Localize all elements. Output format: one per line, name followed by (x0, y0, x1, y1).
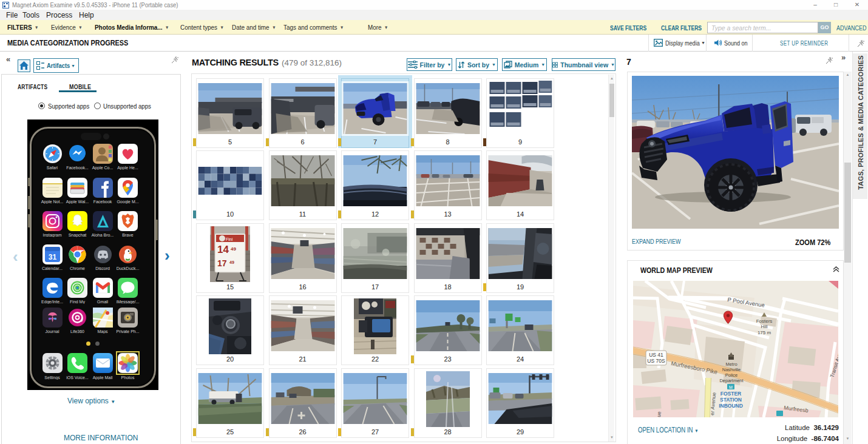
svg-text:Police: Police (725, 372, 737, 378)
svg-text:Hill: Hill (761, 324, 767, 329)
svg-text:M: M (729, 385, 733, 389)
svg-text:INBOUND: INBOUND (719, 403, 743, 409)
svg-text:US 41: US 41 (649, 352, 663, 358)
svg-text:Nashville: Nashville (722, 367, 741, 372)
svg-text:FOSTER: FOSTER (721, 391, 741, 397)
svg-text:14: 14 (217, 244, 229, 255)
svg-text:49: 49 (231, 246, 236, 252)
svg-text:Department: Department (719, 378, 744, 383)
svg-text:Metro: Metro (725, 362, 737, 367)
svg-text:STATION: STATION (720, 397, 742, 403)
svg-text:49: 49 (229, 260, 234, 264)
svg-text:17: 17 (217, 258, 227, 268)
svg-text:175 m: 175 m (758, 330, 771, 335)
svg-text:Fosters: Fosters (756, 318, 773, 324)
svg-text:31: 31 (48, 253, 56, 261)
svg-text:Fini: Fini (226, 237, 233, 241)
svg-text:ue: ue (656, 411, 662, 417)
